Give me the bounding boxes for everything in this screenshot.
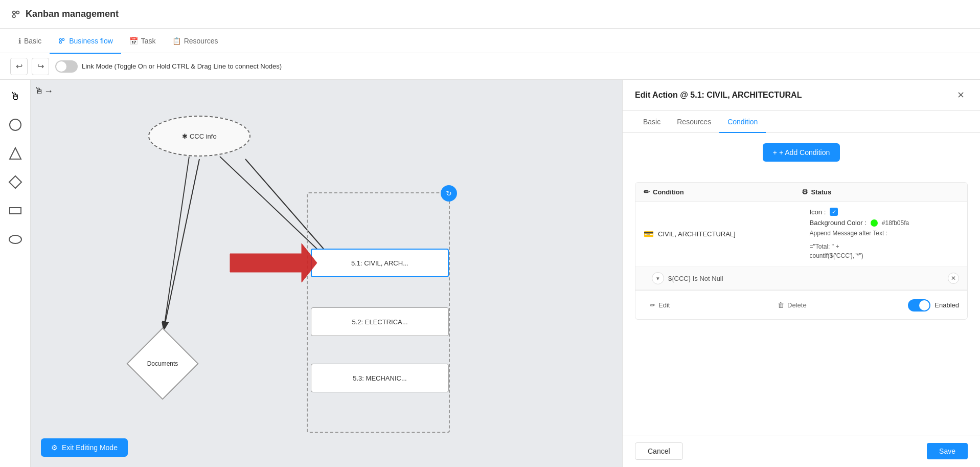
panel-close-button[interactable]: ✕ [953, 88, 968, 102]
color-dot[interactable] [871, 219, 878, 227]
svg-rect-13 [10, 208, 21, 214]
right-panel: Edit Action @ 5.1: CIVIL, ARCHITECTURAL … [622, 80, 980, 467]
panel-tab-resources[interactable]: Resources [669, 112, 719, 133]
enabled-label: Enabled [935, 301, 959, 309]
add-condition-label: + Add Condition [779, 148, 830, 157]
panel-tab-condition[interactable]: Condition [719, 112, 766, 133]
panel-footer: Cancel Save [623, 435, 980, 467]
ellipse-tool[interactable] [5, 229, 26, 250]
icon-status-row: Icon : ✓ [810, 208, 960, 216]
add-condition-button[interactable]: + + Add Condition [763, 143, 840, 162]
canvas-area[interactable]: 🖱→ ✱ CCC info Documents ↻ 5.1: CIVIL, AR… [31, 80, 622, 467]
save-button[interactable]: Save [927, 443, 968, 459]
shape-sidebar: 🖱 [0, 80, 31, 467]
edit-label: Edit [658, 301, 670, 309]
main-content: 🖱 [0, 80, 980, 467]
svg-marker-11 [10, 148, 21, 159]
panel-tab-basic[interactable]: Basic [635, 112, 669, 133]
icon-checkbox[interactable]: ✓ [830, 208, 838, 216]
svg-marker-22 [230, 243, 317, 282]
bg-color-label: Background Color : [810, 219, 867, 227]
main-tab-bar: ℹ Basic Business flow 📅 Task 📋 Resources [0, 29, 980, 53]
tab-task[interactable]: 📅 Task [121, 29, 164, 54]
expand-button[interactable]: ▾ [652, 272, 664, 284]
table-row: 💳 CIVIL, ARCHITECTURAL] Icon : ✓ Backgro [635, 202, 967, 267]
diamond-tool[interactable] [5, 172, 26, 192]
cancel-button[interactable]: Cancel [635, 442, 683, 460]
enabled-switch[interactable] [908, 299, 930, 312]
svg-point-14 [9, 235, 21, 243]
pencil-action-icon: ✏ [650, 301, 655, 309]
gear-icon: ⚙ [802, 188, 808, 196]
pencil-icon: ✏ [644, 188, 650, 196]
panel-body: + + Add Condition ✏ Condition ⚙ Status [623, 133, 980, 435]
status-col-label: Status [811, 188, 832, 196]
task-icon: 📅 [129, 37, 138, 45]
diamond-icon [8, 175, 22, 189]
node-electrical-label: 5.2: ELECTRICA... [352, 318, 407, 326]
rectangle-icon [8, 204, 22, 218]
link-mode-toggle: Link Mode (Toggle On or Hold CTRL & Drag… [55, 60, 282, 73]
exit-button-label: Exit Editing Mode [62, 443, 118, 452]
tab-business-flow[interactable]: Business flow [50, 29, 121, 54]
delete-label: Delete [787, 301, 807, 309]
tab-basic-label: Basic [24, 37, 41, 45]
enabled-knob [919, 300, 929, 310]
tab-resources[interactable]: 📋 Resources [164, 29, 226, 54]
add-condition-wrapper: + + Add Condition [635, 143, 968, 172]
plus-icon: + [773, 148, 777, 157]
triangle-icon [8, 146, 22, 161]
link-mode-switch[interactable] [55, 60, 78, 73]
circle-icon [8, 118, 22, 132]
panel-tab-condition-label: Condition [727, 118, 758, 126]
svg-point-7 [60, 41, 62, 43]
node-civil-arch[interactable]: 5.1: CIVIL, ARCH... [311, 249, 449, 277]
cursor-icon: 🖱 [10, 91, 20, 102]
status-cell: Icon : ✓ Background Color : #18fb05fa Ap… [802, 202, 968, 266]
resources-icon: 📋 [172, 37, 181, 45]
condition-name-cell: 💳 CIVIL, ARCHITECTURAL] [635, 202, 802, 266]
rectangle-tool[interactable] [5, 201, 26, 221]
bg-color-value: #18fb05fa [882, 219, 909, 227]
exit-editing-mode-button[interactable]: ⚙ Exit Editing Mode [41, 438, 128, 457]
node-mechanic[interactable]: 5.3: MECHANIC... [311, 364, 449, 392]
node-electrical[interactable]: 5.2: ELECTRICA... [311, 307, 449, 336]
enabled-toggle: Enabled [908, 299, 959, 312]
panel-title: Edit Action @ 5.1: CIVIL, ARCHITECTURAL [635, 91, 802, 100]
condition-row-name: CIVIL, ARCHITECTURAL] [658, 230, 736, 238]
ellipse-icon [8, 232, 22, 247]
tab-task-label: Task [141, 37, 156, 45]
refresh-icon[interactable]: ↻ [441, 185, 457, 202]
svg-point-2 [13, 14, 15, 17]
append-value: ="Total: " + countif(${'CCC'},"*") [810, 242, 863, 260]
status-col-header: ⚙ Status [802, 188, 960, 196]
append-msg-status-row: Append Message after Text : ="Total: " +… [810, 230, 960, 260]
redo-button[interactable]: ↪ [32, 58, 49, 75]
app-title: Kanban management [10, 9, 119, 20]
bg-color-status-row: Background Color : #18fb05fa [810, 219, 960, 227]
svg-line-20 [164, 157, 189, 330]
app-header: Kanban management [0, 0, 980, 29]
node-mechanic-label: 5.3: MECHANIC... [353, 374, 406, 382]
toggle-knob [56, 61, 66, 72]
kanban-icon [10, 9, 21, 20]
toolbar: ↩ ↪ Link Mode (Toggle On or Hold CTRL & … [0, 53, 980, 80]
tab-basic[interactable]: ℹ Basic [10, 29, 50, 54]
delete-button[interactable]: 🗑 Delete [771, 298, 813, 312]
edit-button[interactable]: ✏ Edit [644, 298, 676, 312]
tab-business-flow-label: Business flow [69, 37, 113, 45]
sub-condition-close-button[interactable]: ✕ [948, 273, 959, 284]
node-civil-arch-label: 5.1: CIVIL, ARCH... [351, 259, 408, 267]
canvas-cursor-indicator: 🖱→ [35, 86, 53, 97]
circle-tool[interactable] [5, 115, 26, 135]
node-ccc-info[interactable]: ✱ CCC info [148, 116, 250, 157]
icon-label: Icon : [810, 208, 826, 216]
sub-condition-wrapper: ▾ ${CCC} Is Not Null ✕ [635, 267, 967, 291]
undo-button[interactable]: ↩ [10, 58, 28, 75]
basic-icon: ℹ [18, 37, 21, 45]
node-documents[interactable]: Documents [129, 330, 196, 397]
sub-condition-text: ${CCC} Is Not Null [668, 275, 944, 282]
cursor-tool[interactable]: 🖱 [5, 86, 26, 106]
triangle-tool[interactable] [5, 143, 26, 164]
sub-condition-row: ▾ ${CCC} Is Not Null ✕ [635, 267, 967, 290]
